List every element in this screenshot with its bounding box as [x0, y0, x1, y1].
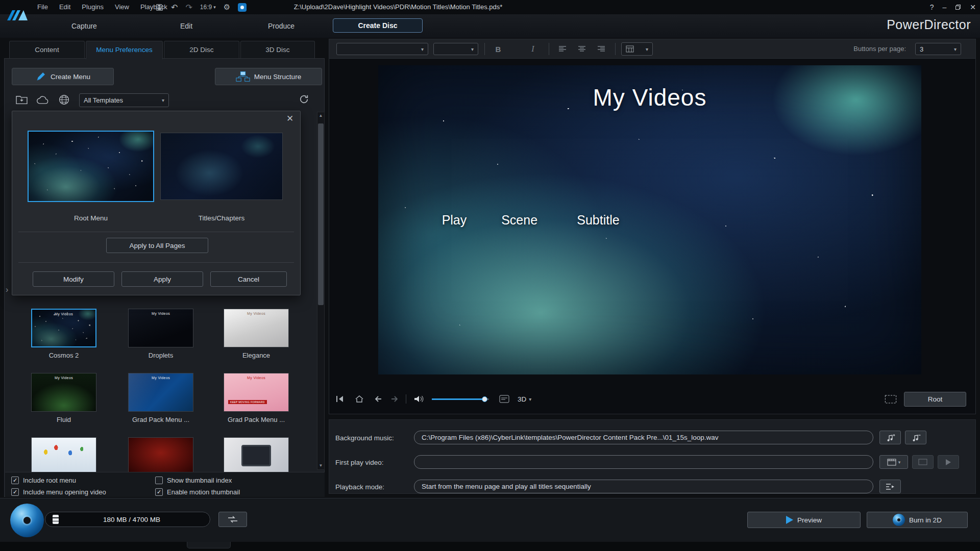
popup-close-icon[interactable]: ✕ [285, 113, 295, 124]
align-center-icon[interactable] [574, 42, 590, 56]
menu-edit[interactable]: Edit [54, 0, 76, 14]
buttons-per-page-dropdown[interactable]: 3 ▾ [915, 43, 961, 55]
menu-view[interactable]: View [109, 0, 135, 14]
menu-file[interactable]: File [32, 0, 54, 14]
checkbox[interactable] [155, 477, 163, 484]
previous-icon[interactable] [374, 395, 382, 403]
mode-capture[interactable]: Capture [51, 19, 117, 33]
template-thumb[interactable] [31, 437, 96, 476]
remove-first-play-video-button[interactable] [912, 455, 934, 469]
template-filter-dropdown[interactable]: All Templates ▾ [79, 93, 169, 107]
template-thumb-cosmos2[interactable]: My Videos [31, 309, 96, 347]
background-music-label: Background music: [335, 434, 394, 442]
tab-menu-preferences[interactable]: Menu Preferences [86, 41, 163, 59]
root-menu-page-thumb[interactable] [28, 131, 154, 202]
minimize-icon[interactable]: – [942, 3, 946, 11]
menu-title-text[interactable]: My Videos [593, 84, 707, 111]
apply-to-all-pages-button[interactable]: Apply to All Pages [106, 238, 208, 253]
scrollbar-thumb[interactable] [318, 123, 324, 305]
undo-icon[interactable]: ↶ [171, 3, 178, 12]
disc-settings-panel: Background music: C:\Program Files (x86)… [329, 419, 976, 494]
font-family-dropdown[interactable]: ▾ [336, 43, 428, 55]
align-left-icon[interactable] [555, 42, 570, 56]
aspect-ratio-selector[interactable]: 16:9 ▾ [200, 4, 216, 11]
checkbox[interactable] [11, 488, 19, 496]
collapse-handle[interactable] [187, 542, 231, 548]
add-music-icon[interactable] [879, 431, 901, 444]
option-show-thumbnail-index[interactable]: Show thumbnail index [155, 475, 318, 485]
import-template-icon[interactable] [16, 94, 28, 105]
collapse-panel-arrow-icon[interactable]: › [6, 285, 8, 294]
close-icon[interactable]: ✕ [970, 3, 976, 11]
mode-edit[interactable]: Edit [153, 19, 219, 33]
tab-2d-disc[interactable]: 2D Disc [164, 41, 239, 59]
template-thumb-droplets[interactable]: My Videos [128, 309, 193, 347]
restore-icon[interactable] [955, 4, 961, 10]
option-include-menu-opening-video[interactable]: Include menu opening video [11, 487, 155, 497]
home-icon[interactable] [355, 395, 364, 403]
template-thumb-fluid[interactable]: My Videos [31, 373, 96, 412]
preview-button[interactable]: Preview [747, 512, 861, 528]
cloud-icon[interactable] [36, 96, 50, 105]
tv-safe-zone-icon[interactable] [885, 395, 897, 404]
volume-icon[interactable] [413, 395, 424, 403]
menu-button-play[interactable]: Play [442, 213, 467, 228]
menu-plugins[interactable]: Plugins [76, 0, 109, 14]
create-menu-button[interactable]: Create Menu [12, 68, 114, 85]
gear-icon[interactable]: ⚙ [224, 3, 230, 12]
volume-knob[interactable] [482, 396, 487, 402]
template-thumb-grad-pack-2[interactable]: My Videos KEEP MOVING FORWARD [224, 373, 289, 412]
apply-button[interactable]: Apply [121, 271, 203, 287]
burn-in-2d-button[interactable]: Burn in 2D [867, 512, 968, 528]
thumb-title: My Videos [32, 310, 95, 316]
option-enable-motion-thumbnail[interactable]: Enable motion thumbnail [155, 487, 318, 497]
tab-content[interactable]: Content [9, 41, 85, 59]
next-icon[interactable] [390, 395, 399, 403]
modify-button[interactable]: Modify [33, 271, 114, 287]
disc-capacity-indicator: 180 MB / 4700 MB [45, 512, 210, 527]
template-thumb-elegance[interactable]: My Videos [224, 309, 289, 347]
background-music-field[interactable]: C:\Program Files (x86)\CyberLink\templat… [414, 431, 873, 444]
align-right-icon[interactable] [594, 42, 609, 56]
scroll-up-icon[interactable]: ▲ [317, 112, 324, 119]
chevron-down-icon: ▾ [468, 46, 474, 52]
chevron-down-icon: ▾ [159, 97, 164, 103]
menu-button-scene[interactable]: Scene [501, 213, 537, 228]
checkbox[interactable] [155, 488, 163, 496]
menu-structure-button[interactable]: Menu Structure [215, 68, 322, 85]
display-options-icon[interactable] [499, 395, 509, 403]
3d-mode-dropdown[interactable]: 3D ▾ [518, 395, 531, 403]
button-layout-dropdown[interactable]: ▾ [621, 42, 653, 56]
playback-mode-options-button[interactable] [879, 480, 901, 493]
tab-3d-disc[interactable]: 3D Disc [240, 41, 315, 59]
scroll-down-icon[interactable]: ▼ [317, 462, 324, 469]
checkbox[interactable] [11, 477, 19, 484]
globe-icon[interactable] [59, 94, 69, 105]
help-icon[interactable]: ? [930, 3, 934, 11]
root-button[interactable]: Root [904, 392, 966, 407]
redo-icon[interactable]: ↷ [185, 3, 192, 12]
titles-chapters-page-thumb[interactable] [160, 133, 283, 200]
first-play-video-field[interactable] [414, 455, 873, 469]
template-thumb-grad-pack-1[interactable]: My Videos [128, 373, 193, 412]
mode-create-disc[interactable]: Create Disc [333, 18, 423, 33]
template-thumb[interactable] [224, 437, 289, 476]
italic-button[interactable]: I [525, 42, 541, 56]
template-scrollbar[interactable]: ▲ ▼ [317, 112, 325, 470]
cancel-button[interactable]: Cancel [210, 271, 287, 287]
switch-capacity-icon[interactable] [218, 512, 247, 527]
volume-slider[interactable] [432, 398, 489, 400]
menu-button-subtitle[interactable]: Subtitle [577, 213, 619, 228]
skip-to-start-icon[interactable] [335, 395, 345, 403]
font-size-dropdown[interactable]: ▾ [433, 43, 478, 55]
save-icon[interactable] [156, 4, 163, 11]
remove-music-icon[interactable] [905, 431, 926, 444]
refresh-icon[interactable] [299, 94, 309, 105]
mode-produce[interactable]: Produce [248, 19, 314, 33]
play-first-play-video-button[interactable] [938, 455, 959, 469]
bold-button[interactable]: B [491, 42, 506, 56]
template-thumb[interactable] [128, 437, 193, 476]
option-include-root-menu[interactable]: Include root menu [11, 475, 155, 485]
playback-mode-field[interactable]: Start from the menu page and play all ti… [414, 480, 873, 493]
set-first-play-video-button[interactable]: ▾ [879, 455, 908, 469]
